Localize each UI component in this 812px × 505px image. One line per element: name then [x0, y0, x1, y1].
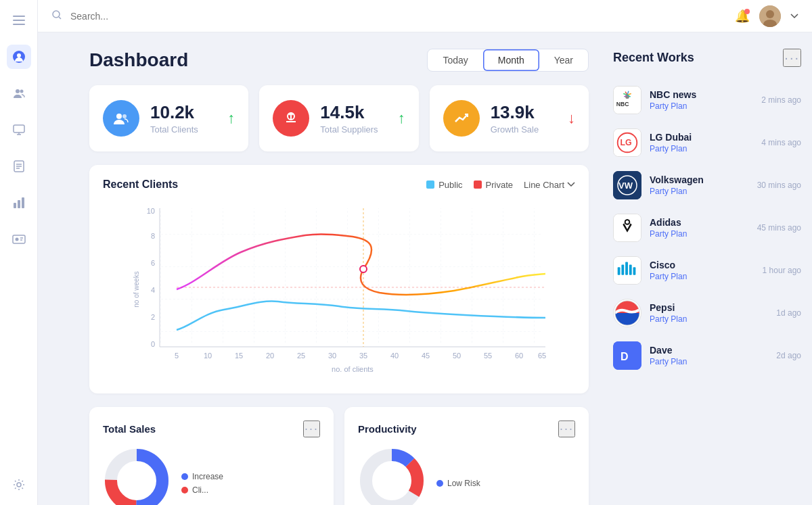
- work-name-dave: Dave: [650, 345, 768, 356]
- svg-text:LG: LG: [621, 138, 632, 147]
- chart-card: Recent Clients Public Private Line C: [89, 165, 589, 393]
- svg-text:35: 35: [359, 352, 367, 360]
- work-item-adidas: Adidas Party Plan 45 mins ago: [613, 207, 801, 249]
- svg-rect-11: [22, 197, 24, 208]
- work-time-lg: 4 mins ago: [761, 138, 801, 147]
- page-title: Dashboard: [89, 49, 188, 71]
- work-name-pepsi: Pepsi: [650, 302, 768, 313]
- svg-rect-0: [13, 16, 25, 17]
- stat-label-clients: Total Clients: [150, 124, 217, 135]
- pepsi-logo: [614, 299, 641, 327]
- recent-works-more-button[interactable]: ···: [783, 49, 801, 67]
- topbar: 🔔: [38, 0, 812, 32]
- work-name-adidas: Adidas: [650, 217, 749, 228]
- svg-rect-67: [618, 267, 621, 274]
- right-panel: Recent Works ··· NBC N: [602, 32, 812, 505]
- line-chart-svg: 0 2 4 6 8 10 no of weeks 5 10 15 20 25 3…: [103, 201, 575, 377]
- work-name-cisco: Cisco: [650, 260, 754, 270]
- work-info-nbc: NBC news Party Plan: [650, 89, 753, 111]
- notification-icon[interactable]: 🔔: [735, 9, 750, 24]
- vw-logo: VW: [613, 171, 641, 199]
- svg-text:8: 8: [151, 232, 155, 240]
- adidas-logo: [614, 214, 641, 242]
- sidebar-document-icon[interactable]: [7, 154, 31, 178]
- stat-trend-suppliers: ↑: [398, 110, 405, 127]
- recent-works-title: Recent Works: [613, 51, 694, 65]
- svg-point-5: [16, 89, 20, 93]
- sidebar-monitor-icon[interactable]: [7, 118, 31, 142]
- stat-value-suppliers: 14.5k: [320, 102, 386, 123]
- bottom-row: Total Sales ··· Increase: [89, 407, 589, 505]
- work-logo-pepsi: [613, 299, 641, 327]
- work-plan-pepsi: Party Plan: [650, 314, 768, 324]
- stat-icon-growth: [443, 100, 480, 137]
- notification-badge: [744, 9, 750, 14]
- sidebar-users-icon[interactable]: [7, 81, 31, 105]
- productivity-legend: Low Risk: [436, 479, 480, 488]
- stats-row: 10.2k Total Clients ↑ 14.5k Total Suppli…: [89, 85, 589, 151]
- work-logo-cisco: [613, 256, 641, 285]
- time-filter-year[interactable]: Year: [539, 49, 588, 71]
- svg-text:10: 10: [204, 352, 212, 360]
- legend-increase: Increase: [181, 472, 223, 481]
- svg-point-17: [766, 10, 774, 18]
- work-plan-dave: Party Plan: [650, 357, 768, 366]
- main-content: Dashboard Today Month Year: [76, 32, 812, 505]
- chart-header: Recent Clients Public Private Line C: [103, 178, 575, 191]
- total-sales-more-button[interactable]: ···: [303, 420, 320, 437]
- stat-icon-clients: [103, 100, 139, 137]
- productivity-chart: [358, 447, 426, 505]
- svg-rect-71: [633, 267, 636, 274]
- sidebar-dashboard-icon[interactable]: [7, 45, 31, 69]
- sidebar-id-icon[interactable]: [7, 227, 31, 251]
- stat-info-growth: 13.9k Growth Sale: [491, 102, 557, 135]
- user-avatar[interactable]: [759, 5, 781, 27]
- svg-text:no. of clients: no. of clients: [332, 365, 374, 373]
- svg-text:10: 10: [147, 207, 155, 215]
- stat-trend-clients: ↑: [227, 110, 235, 127]
- sidebar: [0, 0, 38, 505]
- svg-text:2: 2: [151, 313, 155, 321]
- menu-icon[interactable]: [7, 8, 31, 32]
- svg-text:50: 50: [453, 352, 461, 360]
- productivity-more-button[interactable]: ···: [558, 420, 575, 437]
- work-name-vw: Volkswagen: [650, 174, 749, 185]
- work-logo-nbc: NBC: [613, 86, 641, 114]
- svg-rect-10: [18, 200, 20, 208]
- svg-rect-7: [14, 125, 24, 133]
- total-sales-header: Total Sales ···: [103, 420, 320, 437]
- work-info-dave: Dave Party Plan: [650, 345, 768, 366]
- topbar-right: 🔔: [735, 5, 798, 27]
- svg-point-13: [15, 238, 18, 241]
- svg-text:20: 20: [266, 352, 274, 360]
- svg-rect-64: [614, 214, 641, 241]
- svg-text:40: 40: [390, 352, 399, 360]
- chart-type-button[interactable]: Line Chart: [524, 180, 575, 190]
- work-logo-adidas: [613, 214, 641, 242]
- work-info-vw: Volkswagen Party Plan: [650, 174, 749, 196]
- svg-point-19: [116, 114, 122, 119]
- svg-rect-2: [13, 24, 25, 25]
- sidebar-settings-icon[interactable]: [7, 473, 31, 497]
- work-item-nbc: NBC NBC news Party Plan 2 mins ago: [613, 79, 801, 122]
- stat-value-growth: 13.9k: [491, 102, 557, 123]
- productivity-donut: Low Risk: [358, 447, 575, 505]
- sidebar-chart-icon[interactable]: [7, 191, 31, 215]
- search-icon: [51, 9, 62, 22]
- total-sales-chart: [103, 447, 171, 505]
- time-filter-month[interactable]: Month: [483, 49, 539, 71]
- total-sales-title: Total Sales: [103, 423, 156, 435]
- nbc-logo: NBC: [614, 86, 641, 114]
- lg-logo: LG: [614, 128, 641, 157]
- stat-label-suppliers: Total Suppliers: [320, 124, 386, 135]
- legend-private: Private: [474, 180, 513, 190]
- search-input[interactable]: [70, 11, 206, 22]
- work-time-vw: 30 mins ago: [757, 181, 801, 190]
- svg-rect-68: [621, 264, 624, 274]
- svg-rect-9: [14, 203, 16, 208]
- stat-value-clients: 10.2k: [150, 102, 217, 123]
- work-time-pepsi: 1d ago: [776, 308, 801, 318]
- svg-rect-69: [625, 262, 628, 275]
- time-filter-today[interactable]: Today: [428, 49, 482, 71]
- work-info-pepsi: Pepsi Party Plan: [650, 302, 768, 324]
